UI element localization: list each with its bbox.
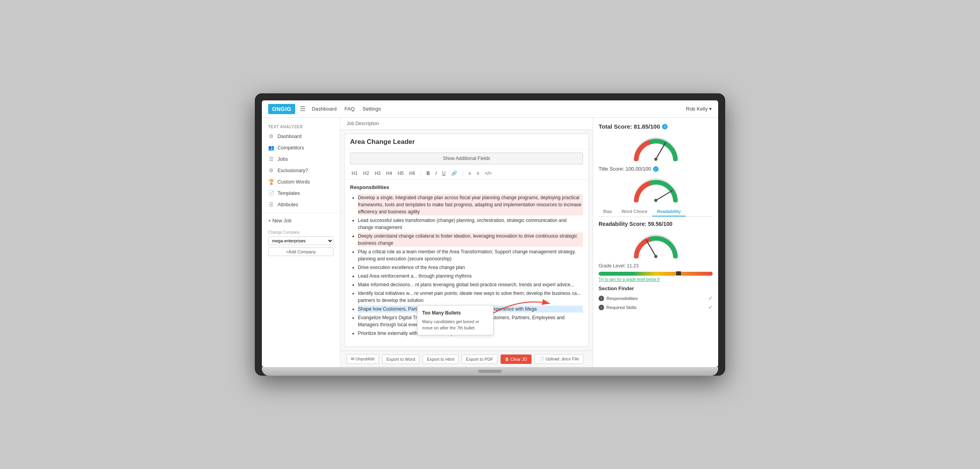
bullet-list-button[interactable]: ≡ bbox=[467, 170, 473, 177]
section-finder-required-skills: i Required Skills ✓ bbox=[599, 303, 713, 312]
sidebar-item-label: Custom Words bbox=[278, 179, 310, 185]
new-job-label: + New Job bbox=[268, 218, 291, 224]
svg-line-3 bbox=[656, 191, 672, 200]
h1-button[interactable]: H1 bbox=[350, 170, 359, 177]
title-score-label: Title Score: 100.00/100 i bbox=[599, 166, 713, 172]
content-area: Job Description Area Change Leader Show … bbox=[340, 118, 593, 367]
export-html-button[interactable]: Export to Html bbox=[423, 354, 459, 364]
italic-button[interactable]: I bbox=[434, 170, 438, 177]
sidebar-item-label: Dashboard bbox=[278, 134, 301, 139]
editor-content[interactable]: Responsibilities Develop a single, integ… bbox=[345, 180, 588, 346]
nav-dashboard[interactable]: Dashboard bbox=[312, 106, 337, 112]
h6-button[interactable]: H6 bbox=[408, 170, 417, 177]
screen: ONGIG ☰ Dashboard FAQ Settings Rob Kelly… bbox=[262, 100, 718, 367]
h2-button[interactable]: H2 bbox=[361, 170, 370, 177]
sidebar: TEXT ANALYZER ⚙ Dashboard 👥 Competitors … bbox=[262, 118, 340, 367]
tab-readability[interactable]: Readability bbox=[652, 207, 686, 216]
responsibilities-info-icon[interactable]: i bbox=[599, 296, 604, 301]
section-finder-title: Section Finder bbox=[599, 285, 713, 291]
sidebar-item-dashboard[interactable]: ⚙ Dashboard bbox=[262, 131, 340, 142]
hamburger-icon[interactable]: ☰ bbox=[300, 105, 305, 113]
svg-point-6 bbox=[654, 255, 657, 258]
company-select[interactable]: mega-enterprises bbox=[268, 236, 334, 245]
section-heading: Responsibilities bbox=[350, 184, 583, 192]
numbered-list-button[interactable]: ≡ bbox=[475, 170, 481, 177]
custom-words-icon: 🏆 bbox=[268, 179, 274, 185]
toolbar-separator bbox=[421, 170, 421, 176]
score-tabs: Bias Word Choice Readability bbox=[599, 207, 713, 217]
section-finder-responsibilities: i Responsibilities ✓ bbox=[599, 294, 713, 303]
sidebar-item-jobs[interactable]: ☰ Jobs bbox=[262, 153, 340, 165]
tooltip-too-many-bullets: Too Many Bullets Many candidates get bor… bbox=[417, 305, 494, 335]
responsibilities-label: Responsibilities bbox=[604, 296, 708, 301]
tab-bias[interactable]: Bias bbox=[599, 207, 617, 216]
unpublish-button[interactable]: ✉ Unpublish bbox=[347, 354, 379, 364]
total-score-gauge bbox=[599, 134, 713, 161]
sidebar-item-label: Competitors bbox=[278, 145, 304, 151]
main-content: Job Description Area Change Leader Show … bbox=[340, 118, 718, 367]
tooltip-title: Too Many Bullets bbox=[422, 309, 488, 317]
export-word-button[interactable]: Export to Word bbox=[382, 354, 419, 364]
svg-line-5 bbox=[646, 240, 656, 256]
upload-docx-button[interactable]: 📄 Upload .docx File bbox=[535, 354, 583, 364]
change-company-section: Change Company mega-enterprises +Add Com… bbox=[262, 226, 340, 260]
bold-button[interactable]: B bbox=[425, 170, 432, 177]
sidebar-section-label: TEXT ANALYZER bbox=[262, 122, 340, 131]
nav-settings[interactable]: Settings bbox=[363, 106, 381, 112]
nav-faq[interactable]: FAQ bbox=[345, 106, 355, 112]
readability-gauge bbox=[599, 231, 713, 258]
user-menu[interactable]: Rob Kelly ▾ bbox=[686, 106, 712, 112]
grade-level: Grade Level: 11.23 bbox=[599, 263, 713, 269]
tab-word-choice[interactable]: Word Choice bbox=[617, 207, 652, 216]
job-title-bar: Area Change Leader bbox=[345, 134, 588, 149]
sidebar-item-exclusionary[interactable]: ⚙ Exclusionary? bbox=[262, 165, 340, 176]
export-pdf-button[interactable]: Export to PDF bbox=[462, 354, 497, 364]
sidebar-divider bbox=[262, 213, 340, 213]
tooltip-body: Many candidates get bored or move on aft… bbox=[422, 319, 488, 331]
editor-panel: Area Change Leader Show Additional Field… bbox=[344, 134, 589, 347]
bullet-item: Lead successful sales transformation (ch… bbox=[358, 217, 583, 231]
title-score-gauge bbox=[599, 175, 713, 202]
change-company-label: Change Company bbox=[268, 230, 334, 234]
title-score-info-icon[interactable]: i bbox=[653, 166, 659, 172]
sidebar-item-templates[interactable]: 📄 Templates bbox=[262, 187, 340, 199]
clear-jd-button[interactable]: 🗑 Clear JD bbox=[501, 354, 532, 364]
add-company-button[interactable]: +Add Company bbox=[268, 247, 334, 256]
link-button[interactable]: 🔗 bbox=[450, 170, 459, 177]
code-button[interactable]: </> bbox=[483, 170, 493, 177]
svg-point-4 bbox=[654, 199, 657, 202]
grade-hint[interactable]: Try to aim for a grade level below 8 bbox=[599, 277, 713, 282]
toolbar-separator-2 bbox=[463, 170, 463, 176]
jobs-icon: ☰ bbox=[268, 156, 274, 162]
grade-marker bbox=[676, 271, 681, 275]
sidebar-item-label: Jobs bbox=[278, 156, 288, 162]
sidebar-item-label: Attributes bbox=[278, 202, 298, 207]
total-score-info-icon[interactable]: i bbox=[662, 124, 668, 129]
required-skills-check-icon: ✓ bbox=[708, 304, 713, 310]
svg-point-2 bbox=[654, 158, 657, 161]
sidebar-item-new-job[interactable]: + New Job bbox=[262, 215, 340, 226]
sidebar-item-attributes[interactable]: ☰ Attributes bbox=[262, 199, 340, 210]
readability-score: Readability Score: 59.56/100 bbox=[599, 221, 713, 227]
sidebar-item-competitors[interactable]: 👥 Competitors bbox=[262, 142, 340, 153]
h4-button[interactable]: H4 bbox=[385, 170, 394, 177]
h3-button[interactable]: H3 bbox=[373, 170, 382, 177]
show-additional-button[interactable]: Show Additional Fields bbox=[350, 153, 583, 164]
editor-toolbar: H1 H2 H3 H4 H5 H6 B I U 🔗 ≡ bbox=[345, 167, 588, 180]
underline-button[interactable]: U bbox=[441, 170, 447, 177]
grade-bar-container bbox=[599, 272, 713, 276]
sidebar-item-label: Templates bbox=[278, 191, 300, 196]
exclusionary-icon: ⚙ bbox=[268, 167, 274, 173]
sidebar-item-custom-words[interactable]: 🏆 Custom Words bbox=[262, 176, 340, 187]
score-panel: Total Score: 81.85/100 i bbox=[593, 118, 718, 367]
job-title: Area Change Leader bbox=[350, 138, 415, 145]
templates-icon: 📄 bbox=[268, 190, 274, 196]
laptop-frame: ONGIG ☰ Dashboard FAQ Settings Rob Kelly… bbox=[255, 93, 725, 376]
grade-bar bbox=[599, 272, 713, 276]
laptop-base bbox=[262, 367, 718, 376]
laptop-notch bbox=[478, 370, 502, 373]
required-skills-info-icon[interactable]: i bbox=[599, 305, 604, 310]
bullet-item: Lead Area reinforcement a... through pla… bbox=[358, 273, 583, 280]
bullet-item: Identify local initiatives w... re unmet… bbox=[358, 290, 583, 304]
h5-button[interactable]: H5 bbox=[396, 170, 405, 177]
